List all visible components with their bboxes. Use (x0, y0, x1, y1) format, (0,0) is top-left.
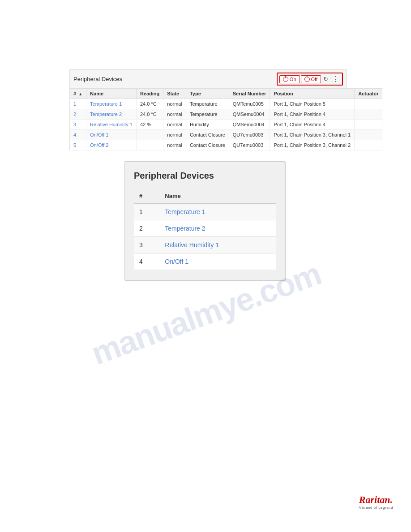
brand-name: Raritan. (359, 494, 393, 506)
cell-actuator (355, 109, 382, 120)
power-on-icon (283, 77, 288, 82)
cell-name: Relative Humidity 1 (86, 120, 137, 130)
toolbar-box: On Off ↻ ⋮ (277, 73, 343, 86)
card-header-row: # Name (134, 189, 276, 203)
cell-type: Humidity (186, 120, 229, 130)
card-cell-name: Relative Humidity 1 (159, 237, 276, 253)
col-actuator: Actuator (355, 89, 382, 99)
table-row: 4 On/Off 1 normal Contact Closure QU7emu… (70, 130, 382, 140)
cell-state: normal (163, 99, 186, 109)
panel-header: Peripheral Devices On Off ↻ ⋮ (69, 69, 347, 88)
table-header-row: # ▲ Name Reading State Type Serial Numbe… (70, 89, 382, 99)
power-off-icon (304, 77, 310, 82)
cell-type: Contact Closure (186, 130, 229, 140)
col-serial: Serial Number (229, 89, 270, 99)
cell-serial: QMSemu0004 (229, 109, 270, 120)
raritan-logo: Raritan. A brand of Legrand (359, 494, 393, 510)
cell-serial: QU7emu0003 (229, 130, 270, 140)
cell-position: Port 1, Chain Position 5 (270, 99, 355, 109)
card-cell-name: Temperature 1 (159, 203, 276, 220)
cell-actuator (355, 120, 382, 130)
cell-serial: QMTemu0005 (229, 99, 270, 109)
cell-type: Temperature (186, 99, 229, 109)
cell-type: Contact Closure (186, 140, 229, 150)
card-col-name: Name (159, 189, 276, 203)
card-table-row: 1 Temperature 1 (134, 203, 276, 220)
bottom-card: Peripheral Devices # Name 1 Temperature … (124, 161, 286, 281)
panel-title: Peripheral Devices (73, 76, 122, 82)
refresh-button[interactable]: ↻ (322, 75, 330, 83)
card-table: # Name 1 Temperature 1 2 Temperature 2 3… (134, 189, 276, 270)
col-state: State (163, 89, 186, 99)
cell-reading (136, 130, 163, 140)
col-type: Type (186, 89, 229, 99)
top-panel: Peripheral Devices On Off ↻ ⋮ # ▲ Name (69, 69, 347, 150)
cell-num: 4 (70, 130, 86, 140)
cell-name: On/Off 1 (86, 130, 137, 140)
card-table-row: 4 On/Off 1 (134, 253, 276, 270)
cell-name: On/Off 2 (86, 140, 137, 150)
table-row: 3 Relative Humidity 1 42 % normal Humidi… (70, 120, 382, 130)
card-table-row: 2 Temperature 2 (134, 220, 276, 237)
col-num: # ▲ (70, 89, 86, 99)
col-name: Name (86, 89, 137, 99)
cell-num: 5 (70, 140, 86, 150)
col-reading: Reading (136, 89, 163, 99)
cell-reading (136, 140, 163, 150)
card-table-row: 3 Relative Humidity 1 (134, 237, 276, 253)
cell-position: Port 1, Chain Position 3, Channel 2 (270, 140, 355, 150)
cell-actuator (355, 140, 382, 150)
card-cell-num: 3 (134, 237, 159, 253)
cell-position: Port 1, Chain Position 4 (270, 109, 355, 120)
card-cell-num: 1 (134, 203, 159, 220)
card-cell-num: 2 (134, 220, 159, 237)
cell-reading: 24.0 °C (136, 109, 163, 120)
cell-reading: 24.0 °C (136, 99, 163, 109)
card-title: Peripheral Devices (134, 171, 276, 181)
cell-position: Port 1, Chain Position 4 (270, 120, 355, 130)
card-cell-name: On/Off 1 (159, 253, 276, 270)
cell-state: normal (163, 140, 186, 150)
cell-name: Temperature 1 (86, 99, 137, 109)
table-row: 1 Temperature 1 24.0 °C normal Temperatu… (70, 99, 382, 109)
brand-sub: A brand of Legrand (359, 506, 393, 510)
cell-state: normal (163, 130, 186, 140)
table-row: 5 On/Off 2 normal Contact Closure QU7emu… (70, 140, 382, 150)
cell-num: 2 (70, 109, 86, 120)
cell-position: Port 1, Chain Position 3, Channel 1 (270, 130, 355, 140)
card-cell-name: Temperature 2 (159, 220, 276, 237)
cell-num: 1 (70, 99, 86, 109)
on-button[interactable]: On (279, 75, 300, 83)
more-button[interactable]: ⋮ (330, 74, 340, 84)
cell-num: 3 (70, 120, 86, 130)
card-cell-num: 4 (134, 253, 159, 270)
toolbar-buttons: On Off ↻ ⋮ (277, 73, 343, 86)
col-position: Position (270, 89, 355, 99)
table-row: 2 Temperature 2 24.0 °C normal Temperatu… (70, 109, 382, 120)
cell-state: normal (163, 120, 186, 130)
off-button[interactable]: Off (301, 75, 321, 83)
cell-serial: QMSemu0004 (229, 120, 270, 130)
cell-actuator (355, 99, 382, 109)
card-col-num: # (134, 189, 159, 203)
cell-actuator (355, 130, 382, 140)
peripheral-devices-table: # ▲ Name Reading State Type Serial Numbe… (69, 88, 382, 150)
cell-type: Temperature (186, 109, 229, 120)
cell-state: normal (163, 109, 186, 120)
cell-serial: QU7emu0003 (229, 140, 270, 150)
cell-reading: 42 % (136, 120, 163, 130)
cell-name: Temperature 2 (86, 109, 137, 120)
